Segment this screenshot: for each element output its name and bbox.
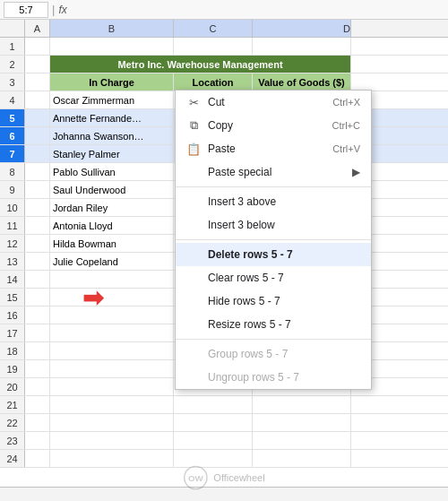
cell-b[interactable]: Hilda Bowman: [50, 235, 174, 252]
menu-item-paste[interactable]: 📋PasteCtrl+V: [176, 137, 371, 160]
cell-a[interactable]: [25, 217, 50, 234]
row-number[interactable]: 9: [0, 181, 25, 198]
row-number[interactable]: 24: [0, 450, 25, 467]
row-number[interactable]: 10: [0, 199, 25, 216]
cell-b[interactable]: Johanna Swanson…: [50, 127, 174, 144]
cell-d[interactable]: [253, 38, 351, 55]
row-number[interactable]: 19: [0, 360, 25, 377]
row-number[interactable]: 18: [0, 342, 25, 359]
row-number[interactable]: 13: [0, 253, 25, 270]
formula-input[interactable]: [71, 2, 444, 18]
cell-a[interactable]: [25, 450, 50, 467]
col-header-a[interactable]: A: [25, 20, 50, 37]
cell-b[interactable]: Jordan Riley: [50, 199, 174, 216]
cell-a[interactable]: [25, 73, 50, 91]
cell-b[interactable]: [50, 342, 174, 359]
cell-a[interactable]: [25, 271, 50, 288]
cell-c[interactable]: [174, 396, 253, 413]
row-number[interactable]: 7: [0, 145, 25, 162]
cell-b[interactable]: Pablo Sullivan: [50, 163, 174, 180]
menu-item-delete-rows[interactable]: Delete rows 5 - 7: [176, 243, 371, 266]
menu-item-hide-rows[interactable]: Hide rows 5 - 7: [176, 289, 371, 313]
cell-c[interactable]: [174, 38, 253, 55]
cell-a[interactable]: [25, 342, 50, 359]
row-number[interactable]: 3: [0, 73, 25, 91]
cell-a[interactable]: [25, 235, 50, 252]
cell-d[interactable]: [253, 414, 351, 431]
row-number[interactable]: 23: [0, 432, 25, 449]
row-number[interactable]: 15: [0, 289, 25, 306]
cell-b[interactable]: Metro Inc. Warehouse Management: [50, 56, 351, 73]
row-number[interactable]: 2: [0, 56, 25, 73]
cell-b[interactable]: Stanley Palmer: [50, 145, 174, 162]
cell-b[interactable]: [50, 38, 174, 55]
cell-a[interactable]: [25, 109, 50, 126]
cell-a[interactable]: [25, 163, 50, 180]
row-number[interactable]: 16: [0, 307, 25, 324]
col-header-b[interactable]: B: [50, 20, 174, 37]
cell-b[interactable]: [50, 378, 174, 395]
cell-b[interactable]: [50, 324, 174, 341]
cell-b[interactable]: Annette Fernande…: [50, 109, 174, 126]
cell-a[interactable]: [25, 127, 50, 144]
cell-d[interactable]: Value of Goods ($): [253, 73, 351, 91]
cell-a[interactable]: [25, 378, 50, 395]
cell-b[interactable]: Antonia Lloyd: [50, 217, 174, 234]
col-header-d[interactable]: D: [253, 20, 351, 37]
cell-a[interactable]: [25, 307, 50, 324]
row-number[interactable]: 20: [0, 378, 25, 395]
cell-b[interactable]: [50, 414, 174, 431]
row-number[interactable]: 17: [0, 324, 25, 341]
cell-a[interactable]: [25, 414, 50, 431]
menu-item-clear-rows[interactable]: Clear rows 5 - 7: [176, 266, 371, 289]
cell-d[interactable]: [253, 432, 351, 449]
menu-item-label: Insert 3 below: [208, 219, 275, 231]
row-number[interactable]: 5: [0, 109, 25, 126]
row-number[interactable]: 12: [0, 235, 25, 252]
cell-a[interactable]: [25, 324, 50, 341]
cell-a[interactable]: [25, 253, 50, 270]
cell-b[interactable]: [50, 289, 174, 306]
menu-item-cut[interactable]: ✂CutCtrl+X: [176, 91, 371, 114]
cell-a[interactable]: [25, 38, 50, 55]
row-number[interactable]: 21: [0, 396, 25, 413]
cell-b[interactable]: Saul Underwood: [50, 181, 174, 198]
cell-c[interactable]: [174, 414, 253, 431]
cell-c[interactable]: Location: [174, 73, 253, 91]
cell-d[interactable]: [253, 396, 351, 413]
row-number[interactable]: 4: [0, 91, 25, 108]
cell-c[interactable]: [174, 432, 253, 449]
cell-b[interactable]: Oscar Zimmerman: [50, 91, 174, 108]
cell-a[interactable]: [25, 289, 50, 306]
row-number[interactable]: 8: [0, 163, 25, 180]
menu-item-insert-above[interactable]: Insert 3 above: [176, 190, 371, 213]
row-number[interactable]: 11: [0, 217, 25, 234]
menu-item-insert-below[interactable]: Insert 3 below: [176, 213, 371, 237]
cell-b[interactable]: [50, 450, 174, 467]
cell-b[interactable]: [50, 396, 174, 413]
cell-a[interactable]: [25, 199, 50, 216]
cell-b[interactable]: [50, 360, 174, 377]
cell-a[interactable]: [25, 360, 50, 377]
menu-item-resize-rows[interactable]: Resize rows 5 - 7: [176, 313, 371, 336]
col-header-c[interactable]: C: [174, 20, 253, 37]
row-number[interactable]: 22: [0, 414, 25, 431]
row-number[interactable]: 14: [0, 271, 25, 288]
cell-b[interactable]: Julie Copeland: [50, 253, 174, 270]
cell-a[interactable]: [25, 396, 50, 413]
cell-a[interactable]: [25, 432, 50, 449]
cell-a[interactable]: [25, 91, 50, 108]
cell-b[interactable]: [50, 432, 174, 449]
menu-item-paste-special[interactable]: Paste special▶: [176, 160, 371, 184]
cell-a[interactable]: [25, 56, 50, 73]
row-number[interactable]: 6: [0, 127, 25, 144]
cell-b[interactable]: In Charge: [50, 73, 174, 91]
cell-d[interactable]: [253, 450, 351, 467]
cell-reference[interactable]: [4, 2, 48, 18]
cell-b[interactable]: [50, 307, 174, 324]
menu-item-copy[interactable]: ⧉CopyCtrl+C: [176, 114, 371, 137]
cell-a[interactable]: [25, 145, 50, 162]
cell-a[interactable]: [25, 181, 50, 198]
cell-b[interactable]: [50, 271, 174, 288]
row-number[interactable]: 1: [0, 38, 25, 55]
